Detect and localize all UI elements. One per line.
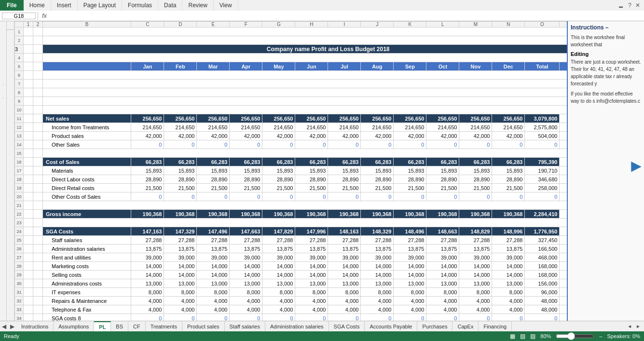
data-cell[interactable]: 13,000 <box>361 279 394 288</box>
data-cell[interactable]: 0 <box>361 140 394 149</box>
data-cell[interactable]: 14,000 <box>361 262 394 271</box>
data-cell[interactable]: 0 <box>131 314 164 321</box>
data-cell[interactable]: 28,890 <box>295 175 328 184</box>
tab-insert[interactable]: Insert <box>51 0 78 11</box>
section-header-value[interactable]: 3,079,800 <box>525 114 560 123</box>
data-cell[interactable]: 39,000 <box>164 253 197 262</box>
data-cell[interactable]: 28,890 <box>197 175 230 184</box>
section-header-value[interactable]: 66,283 <box>295 158 328 166</box>
data-cell[interactable]: 0 <box>197 140 230 149</box>
data-cell[interactable]: 13,000 <box>131 279 164 288</box>
data-cell[interactable]: 0 <box>394 192 426 201</box>
data-cell[interactable]: 39,000 <box>426 253 459 262</box>
section-header-value[interactable]: 148,663 <box>426 227 459 236</box>
data-cell[interactable]: 4,000 <box>230 305 262 314</box>
data-cell[interactable]: 14,000 <box>459 271 492 279</box>
data-cell[interactable]: 39,000 <box>131 253 164 262</box>
section-header-value[interactable]: 66,283 <box>492 158 525 166</box>
data-cell[interactable]: 27,288 <box>361 236 394 245</box>
minimize-icon[interactable]: 🗕 <box>618 2 624 9</box>
expand-arrow[interactable]: ► <box>628 156 644 176</box>
section-header-value[interactable]: 66,283 <box>164 158 197 166</box>
section-header-value[interactable]: 148,829 <box>459 227 492 236</box>
data-cell[interactable]: 14,000 <box>295 262 328 271</box>
data-cell[interactable]: 13,875 <box>426 245 459 253</box>
data-cell[interactable]: 42,000 <box>197 132 230 140</box>
data-cell[interactable]: 0 <box>295 192 328 201</box>
data-cell[interactable]: 39,000 <box>197 253 230 262</box>
data-cell[interactable]: 13,875 <box>230 245 262 253</box>
data-cell[interactable]: 13,000 <box>328 279 361 288</box>
data-cell[interactable]: 27,288 <box>262 236 295 245</box>
data-cell[interactable]: 27,288 <box>197 236 230 245</box>
data-cell[interactable]: 21,500 <box>197 184 230 192</box>
section-header-value[interactable]: 190,368 <box>361 210 394 218</box>
data-cell[interactable]: 4,000 <box>426 297 459 305</box>
help-icon[interactable]: ? <box>628 2 631 9</box>
data-cell[interactable]: 15,893 <box>230 166 262 175</box>
data-cell[interactable]: 39,000 <box>230 253 262 262</box>
data-cell[interactable]: 4,000 <box>262 297 295 305</box>
data-cell[interactable]: 8,000 <box>197 288 230 297</box>
data-cell[interactable]: 28,890 <box>459 175 492 184</box>
data-cell[interactable]: 39,000 <box>295 253 328 262</box>
data-cell[interactable]: 0 <box>492 314 525 321</box>
data-cell[interactable]: 214,650 <box>426 123 459 132</box>
data-cell[interactable]: 0 <box>492 140 525 149</box>
section-header-value[interactable]: 256,650 <box>197 114 230 123</box>
data-cell[interactable]: 21,500 <box>361 184 394 192</box>
data-cell[interactable]: 14,000 <box>394 271 426 279</box>
data-cell[interactable]: 39,000 <box>459 253 492 262</box>
section-header-value[interactable]: 147,996 <box>295 227 328 236</box>
data-cell[interactable]: 27,288 <box>164 236 197 245</box>
tab-page-layout[interactable]: Page Layout <box>78 0 122 11</box>
data-cell[interactable]: 21,500 <box>492 184 525 192</box>
data-cell[interactable]: 13,875 <box>492 245 525 253</box>
section-header-value[interactable]: 1,776,950 <box>525 227 560 236</box>
scroll-left[interactable]: ◄ <box>626 324 633 329</box>
data-cell[interactable]: 0 <box>230 140 262 149</box>
data-cell[interactable]: 214,650 <box>492 123 525 132</box>
data-cell[interactable]: 4,000 <box>295 297 328 305</box>
data-cell[interactable]: 190,710 <box>525 166 560 175</box>
data-cell[interactable]: 0 <box>328 314 361 321</box>
data-cell[interactable]: 0 <box>361 314 394 321</box>
section-header-value[interactable]: 2,284,410 <box>525 210 560 218</box>
data-cell[interactable]: 28,890 <box>426 175 459 184</box>
data-cell[interactable]: 0 <box>328 192 361 201</box>
data-cell[interactable]: 156,000 <box>525 279 560 288</box>
data-cell[interactable]: 42,000 <box>328 132 361 140</box>
section-header-value[interactable]: 66,283 <box>459 158 492 166</box>
data-cell[interactable]: 8,000 <box>328 288 361 297</box>
section-header-value[interactable]: 190,368 <box>230 210 262 218</box>
zoom-minus[interactable]: – <box>599 333 602 339</box>
data-cell[interactable]: 14,000 <box>262 262 295 271</box>
data-cell[interactable]: 21,500 <box>262 184 295 192</box>
data-cell[interactable]: 21,500 <box>295 184 328 192</box>
data-cell[interactable]: 39,000 <box>361 253 394 262</box>
data-cell[interactable]: 8,000 <box>426 288 459 297</box>
data-cell[interactable]: 13,000 <box>164 279 197 288</box>
data-cell[interactable]: 0 <box>394 314 426 321</box>
data-cell[interactable]: 0 <box>426 192 459 201</box>
data-cell[interactable]: 27,288 <box>230 236 262 245</box>
section-header-value[interactable]: 256,650 <box>394 114 426 123</box>
data-cell[interactable]: 14,000 <box>426 262 459 271</box>
section-header-value[interactable]: 66,283 <box>361 158 394 166</box>
section-header-value[interactable]: 256,650 <box>262 114 295 123</box>
data-cell[interactable]: 42,000 <box>164 132 197 140</box>
data-cell[interactable]: 14,000 <box>328 262 361 271</box>
sheet-tab-purchases[interactable]: Purchases <box>417 321 452 332</box>
section-header-value[interactable]: 190,368 <box>131 210 164 218</box>
section-header-value[interactable]: 190,368 <box>426 210 459 218</box>
data-cell[interactable]: 42,000 <box>131 132 164 140</box>
data-cell[interactable]: 42,000 <box>361 132 394 140</box>
view-pagebreak[interactable]: ▧ <box>520 333 525 340</box>
data-cell[interactable]: 21,500 <box>328 184 361 192</box>
data-cell[interactable]: 13,000 <box>394 279 426 288</box>
data-cell[interactable]: 4,000 <box>492 305 525 314</box>
tab-formulas[interactable]: Formulas <box>122 0 158 11</box>
data-cell[interactable]: 14,000 <box>197 262 230 271</box>
sheet-tab-product-sales[interactable]: Product sales <box>182 321 225 332</box>
data-cell[interactable]: 4,000 <box>459 305 492 314</box>
